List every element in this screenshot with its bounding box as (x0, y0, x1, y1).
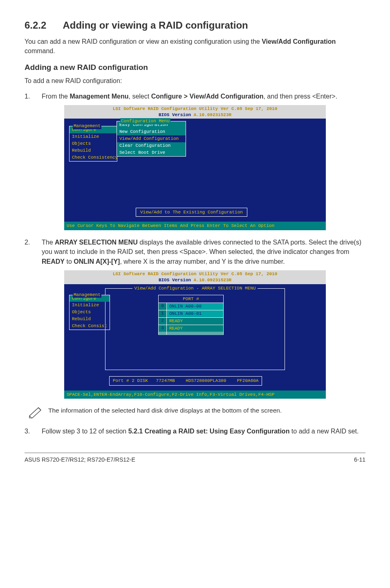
t: , select (128, 93, 151, 100)
pencil-icon (29, 406, 48, 420)
intro-bold: View/Add Configuration (262, 38, 336, 45)
section-title: Adding or viewing a RAID configuration (63, 20, 248, 31)
configuration-label: Configuration Menu (120, 118, 170, 124)
page-footer: ASUS RS720-E7/RS12; RS720-E7/RS12-E 6-11 (25, 453, 365, 463)
t: View/Add Configuration - ARRAY SELECTION… (132, 286, 257, 291)
section-number: 6.2.2 (25, 20, 46, 31)
bios1-center-caption: View/Add to The Existing Configuration (136, 208, 247, 217)
mgmt-item-rebuild[interactable]: Rebuild (69, 147, 117, 154)
drive-val: READY (167, 325, 223, 332)
drive-idx (159, 334, 167, 334)
step-2-num: 2. (25, 238, 42, 266)
bios2-sub-val: A.10.09231523R (194, 278, 231, 283)
drive-val: READY (167, 318, 223, 325)
drive-row-0[interactable]: 0ONLIN A00-00 (159, 303, 223, 310)
cfg-item-new[interactable]: New Configuration (117, 128, 186, 135)
step-3: 3. Follow step 3 to 12 of section 5.2.1 … (25, 426, 365, 436)
drive-header: PORT # (159, 295, 223, 303)
bios2-canvas: View/Add Configuration - ARRAY SELECTION… (64, 284, 326, 391)
bios-screen-1: LSI Software RAID Configuration Utility … (64, 105, 326, 231)
management-label: Management (73, 123, 101, 129)
t: From the (42, 93, 69, 100)
cfg-item-view-add[interactable]: View/Add Configuration (117, 135, 186, 142)
bios2-titlebar: LSI Software RAID Configuration Utility … (64, 270, 326, 284)
mgmt2-item-objects[interactable]: Objects (69, 309, 110, 316)
drive-idx: 3 (159, 325, 167, 332)
step-3-text: Follow step 3 to 12 of section 5.2.1 Cre… (42, 426, 365, 436)
section-heading: 6.2.2Adding or viewing a RAID configurat… (25, 20, 365, 31)
subheading: Adding a new RAID configuration (25, 63, 365, 72)
bios1-sub-val: A.10.09231523R (194, 112, 231, 117)
bios1-title: LSI Software RAID Configuration Utility … (113, 106, 278, 111)
mgmt2-item-check-consist[interactable]: Check Consist (69, 323, 110, 330)
mgmt-item-objects[interactable]: Objects (69, 140, 117, 147)
step-2-text: The ARRAY SELECTION MENU displays the av… (42, 238, 365, 266)
cfg-item-clear[interactable]: Clear Configuration (117, 142, 186, 149)
t: ONLIN A[X]-[Y] (74, 258, 120, 265)
step-3-num: 3. (25, 426, 42, 436)
drive-val: ONLIN A00-00 (167, 303, 223, 310)
step-1: 1. From the Management Menu, select Conf… (25, 92, 365, 101)
drive-val (167, 332, 223, 333)
cfg-item-select-boot[interactable]: Select Boot Drive (117, 149, 186, 156)
t: Configure > View/Add Configuration (151, 93, 264, 100)
mgmt2-item-rebuild[interactable]: Rebuild (69, 316, 110, 323)
management-label-2: Management (73, 292, 101, 298)
note-text: The information of the selected hard dis… (48, 406, 282, 415)
drive-idx: 0 (159, 303, 167, 310)
drive-row-1[interactable]: 1ONLIN A00-01 (159, 310, 223, 317)
drive-idx: 2 (159, 318, 167, 325)
t: The (42, 239, 55, 246)
bios2-sub-pre: BIOS Version (159, 278, 194, 283)
bios2-title: LSI Software RAID Configuration Utility … (113, 272, 278, 276)
note-block: The information of the selected hard dis… (29, 406, 365, 420)
drive-row-2[interactable]: 2READY (159, 317, 223, 325)
t: , where X is the array number, and Y is … (120, 258, 285, 265)
drive-val: ONLIN A00-01 (167, 310, 223, 317)
intro-paragraph: You can add a new RAID configuration or … (25, 37, 365, 56)
bios-screen-2: LSI Software RAID Configuration Utility … (64, 270, 326, 399)
bios1-canvas: Management Configure Initialize Objects … (64, 119, 326, 222)
intro-pre: You can add a new RAID configuration or … (25, 38, 262, 45)
management-menu-box-2: Management Configure Initialize Objects … (69, 295, 110, 330)
drive-idx: 1 (159, 310, 167, 317)
footer-right: 6-11 (354, 456, 365, 463)
drive-row-3[interactable]: 3READY (159, 325, 223, 332)
t: to (65, 258, 74, 265)
drive-row-5 (159, 333, 223, 334)
t: ARRAY SELECTION MENU (55, 239, 138, 246)
bios1-sub-pre: BIOS Version (159, 112, 194, 117)
array-selection-label: View/Add Configuration - ARRAY SELECTION… (105, 285, 285, 292)
drive-row-4 (159, 332, 223, 333)
intro-post: command. (25, 47, 55, 54)
lead-paragraph: To add a new RAID configuration: (25, 76, 365, 85)
mgmt2-item-initialize[interactable]: Initialize (69, 302, 110, 309)
drive-idx (159, 332, 167, 333)
drive-table: PORT # 0ONLIN A00-00 1ONLIN A00-01 2READ… (158, 295, 224, 335)
bios1-statusbar: Use Cursor Keys To Navigate Between Item… (64, 222, 326, 230)
bios1-titlebar: LSI Software RAID Configuration Utility … (64, 105, 326, 119)
t: READY (42, 258, 65, 265)
drive-val (167, 334, 223, 334)
t: Management Menu (69, 93, 128, 100)
t: 5.2.1 Creating a RAID set: Using Easy Co… (128, 428, 290, 435)
t: Follow step 3 to 12 of section (42, 428, 128, 435)
t: to add a new RAID set. (289, 428, 359, 435)
step-2: 2. The ARRAY SELECTION MENU displays the… (25, 238, 365, 266)
step-1-num: 1. (25, 92, 42, 101)
bios2-statusbar: SPACE-Sel,ENTER-EndArray,F10-Configure,F… (64, 391, 326, 399)
t: , and then press <Enter>. (263, 93, 337, 100)
configuration-menu-box: Configuration Menu Easy Configuration Ne… (117, 121, 186, 156)
mgmt-item-initialize[interactable]: Initialize (69, 133, 117, 140)
mgmt-item-check-consistency[interactable]: Check Consistency (69, 154, 117, 161)
footer-left: ASUS RS720-E7/RS12; RS720-E7/RS12-E (25, 456, 135, 463)
step-1-text: From the Management Menu, select Configu… (42, 92, 365, 101)
drive-info-bar: Port # 2 DISK 77247MB HDS728080PLA380 PF… (109, 376, 262, 386)
management-menu-box: Management Configure Initialize Objects … (69, 126, 117, 161)
